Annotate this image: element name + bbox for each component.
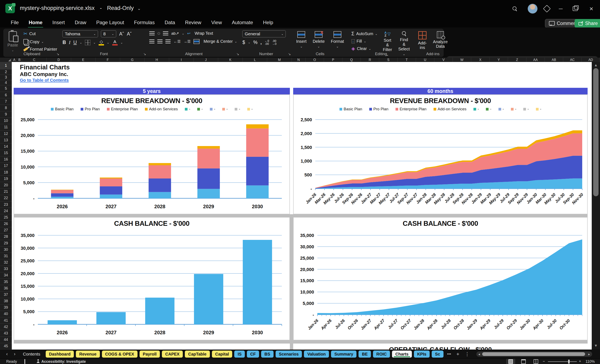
row-header-31[interactable]: 31 [0, 253, 12, 259]
row-header-35[interactable]: 35 [0, 279, 12, 285]
row-header-43[interactable]: 43 [0, 330, 12, 337]
column-header-J[interactable]: J [194, 58, 218, 62]
sheet-tab-capital[interactable]: Capital [212, 351, 232, 358]
title-chevron-icon[interactable]: ⌄ [137, 6, 141, 11]
sheet-tab-capex[interactable]: CAPEX [162, 351, 183, 358]
sheet-tab-scenarios[interactable]: Scenarios [276, 351, 302, 358]
row-header-30[interactable]: 30 [0, 246, 12, 253]
row-header-20[interactable]: 20 [0, 182, 12, 188]
column-header-M[interactable]: M [267, 58, 292, 62]
column-header-D[interactable]: D [47, 58, 71, 62]
column-header-C[interactable]: C [22, 58, 47, 62]
sheet-nav-left[interactable]: ‹ [4, 351, 10, 357]
menu-tab-formulas[interactable]: Formulas [129, 18, 159, 27]
cash-balance-5y-chart[interactable]: CASH BALANCE - $'000 -5,00010,00015,0002… [14, 217, 290, 340]
row-header-17[interactable]: 17 [0, 163, 12, 169]
normal-view-button[interactable] [506, 359, 515, 364]
sheet-tab-contents[interactable]: Contents [20, 351, 44, 358]
row-header-32[interactable]: 32 [0, 259, 12, 266]
row-header-37[interactable]: 37 [0, 291, 12, 298]
percent-style-button[interactable]: % [253, 40, 257, 45]
zoom-level[interactable]: 110% [586, 359, 595, 364]
search-button[interactable] [511, 5, 519, 12]
display-settings-icon[interactable] [24, 359, 25, 364]
shrink-font-button[interactable]: Aˇ [127, 31, 131, 37]
orientation-button[interactable]: ab↗ [171, 31, 179, 36]
revenue-breakdown-5y-chart[interactable]: REVENUE BREAKDOWN - $'000 Basic PlanPro … [14, 94, 290, 214]
wrap-text-button[interactable]: Wrap Text [193, 30, 214, 36]
column-header-X[interactable]: X [471, 58, 490, 62]
page-layout-view-button[interactable] [519, 359, 528, 364]
row-header-3[interactable]: 3 [0, 75, 12, 80]
sheet-tab-captable[interactable]: CapTable [185, 351, 210, 358]
grow-font-button[interactable]: Aˆ [119, 31, 124, 37]
number-format-combo[interactable]: General⌄ [242, 30, 286, 37]
zoom-slider-track[interactable] [548, 361, 577, 362]
row-header-41[interactable]: 41 [0, 317, 12, 324]
new-sheet-button[interactable]: + [455, 351, 461, 357]
align-middle-button[interactable] [158, 32, 160, 35]
column-header-Z[interactable]: Z [508, 58, 526, 62]
row-header-29[interactable]: 29 [0, 240, 12, 246]
menu-tab-home[interactable]: Home [24, 18, 47, 27]
format-cells-button[interactable]: Format⌄ [329, 30, 346, 52]
column-header-I[interactable]: I [169, 58, 194, 62]
row-header-42[interactable]: 42 [0, 324, 12, 330]
column-header-U[interactable]: U [416, 58, 434, 62]
italic-button[interactable]: I [69, 40, 71, 45]
sheet-grid[interactable]: Financial Charts ABC Company Inc. Go to … [12, 62, 592, 350]
sheet-tab-roic[interactable]: ROIC [373, 351, 390, 358]
column-header-A[interactable]: A [12, 58, 17, 62]
clipboard-dialog-launcher[interactable]: ↘ [56, 52, 59, 56]
zoom-slider-thumb[interactable] [568, 360, 570, 364]
sheet-nav-right[interactable]: › [12, 351, 17, 357]
comma-style-button[interactable]: , [260, 40, 262, 45]
accounting-format-button[interactable]: $ [242, 40, 245, 45]
zoom-out-button[interactable]: − [543, 359, 545, 364]
page-break-view-button[interactable] [531, 359, 540, 364]
increase-decimal-button[interactable]: ←0.00 [265, 39, 269, 45]
close-button[interactable]: × [587, 5, 595, 12]
column-header-AA[interactable]: AA [526, 58, 545, 62]
row-header-2[interactable]: 2 [0, 69, 12, 75]
row-header-1[interactable]: 1 [0, 62, 12, 69]
paste-button[interactable]: Paste ⌄ [5, 30, 20, 53]
cash-balance-60m-chart[interactable]: CASH BALANCE - $'000 -5,00010,00015,0002… [293, 217, 588, 340]
menu-tab-insert[interactable]: Insert [47, 18, 70, 27]
row-header-21[interactable]: 21 [0, 189, 12, 195]
sheet-tab-is[interactable]: IS [234, 351, 245, 358]
align-center-button[interactable] [157, 39, 162, 44]
sheet-tab-cogs-opex[interactable]: COGS & OPEX [102, 351, 138, 358]
menu-tab-review[interactable]: Review [180, 18, 206, 27]
vertical-scrollbar[interactable]: ▲ ▼ [592, 62, 600, 350]
cut-button[interactable]: ✂Cut [22, 30, 58, 37]
autosum-button[interactable]: ΣAutoSum⌄ [350, 30, 379, 37]
scroll-down-arrow[interactable]: ▼ [592, 343, 600, 349]
decrease-indent-button[interactable]: ←☰ [173, 39, 180, 44]
font-size-combo[interactable]: 8⌄ [101, 30, 116, 37]
clear-button[interactable]: ◈Clear⌄ [350, 45, 379, 52]
premium-button[interactable] [543, 5, 551, 12]
column-header-R[interactable]: R [361, 58, 379, 62]
row-header-19[interactable]: 19 [0, 176, 12, 182]
hscroll-left-arrow[interactable]: ◂ [476, 352, 482, 356]
sheet-tab-charts[interactable]: Charts [392, 351, 412, 358]
column-header-K[interactable]: K [218, 58, 243, 62]
fill-color-button[interactable]: ◇ [99, 39, 104, 46]
sheet-tab-kpis[interactable]: KPIs [414, 351, 430, 358]
alignment-dialog-launcher[interactable]: ↘ [236, 52, 239, 56]
analyze-data-button[interactable]: Analyze Data [431, 30, 450, 52]
row-header-4[interactable]: 4 [0, 80, 12, 85]
excel-app-icon[interactable]: X [5, 4, 15, 13]
accessibility-status[interactable]: Accessibility: Investigate [41, 359, 86, 364]
share-button[interactable]: Share ⌄ [575, 19, 600, 28]
row-header-33[interactable]: 33 [0, 266, 12, 272]
row-header-38[interactable]: 38 [0, 298, 12, 304]
row-header-24[interactable]: 24 [0, 208, 12, 214]
menu-tab-file[interactable]: File [6, 18, 24, 27]
align-top-button[interactable] [149, 31, 155, 36]
menu-tab-view[interactable]: View [206, 18, 227, 27]
column-header-AD[interactable]: AD [581, 58, 600, 62]
sheet-tab-be[interactable]: BE [358, 351, 371, 358]
restore-button[interactable] [571, 5, 579, 12]
